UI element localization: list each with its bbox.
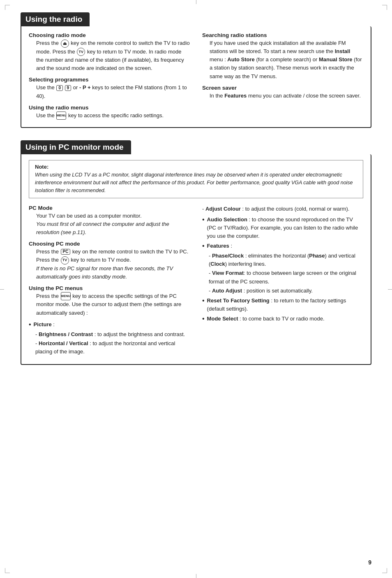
pc-left-col: PC Mode Your TV can be used as a compute… bbox=[29, 205, 190, 357]
selecting-programmes-heading: Selecting programmes bbox=[29, 77, 190, 83]
pc-note-box: Note: When using the LCD TV as a PC moni… bbox=[29, 160, 363, 198]
pc-mode-heading: PC Mode bbox=[29, 205, 190, 211]
pc-mode-text1: Your TV can be used as a computer monito… bbox=[36, 213, 142, 219]
features-label: Features : bbox=[207, 242, 232, 250]
tick-right bbox=[388, 289, 392, 290]
audio-selection-text: Audio Selection : to choose the sound re… bbox=[207, 216, 363, 240]
pc-section-title: Using in PC monitor mode bbox=[21, 140, 131, 154]
audio-selection-bullet-item: • Audio Selection : to choose the sound … bbox=[202, 216, 363, 240]
using-pc-menus-heading: Using the PC menus bbox=[29, 285, 190, 291]
pc-note-label: Note: bbox=[35, 164, 357, 170]
radio-menus-text2: key to access the specific radio setting… bbox=[68, 112, 164, 118]
bullet-dot-mode: • bbox=[202, 315, 205, 323]
adjust-colour-sub: - Adjust Colour : to adjust the colours … bbox=[202, 205, 363, 213]
bullet-dot-features: • bbox=[202, 242, 205, 250]
choosing-radio-text: Press the ⏏ key on the remote control to… bbox=[36, 39, 190, 72]
pc-note-text: When using the LCD TV as a PC monitor, s… bbox=[35, 171, 357, 194]
radio-section-box: Choosing radio mode Press the ⏏ key on t… bbox=[21, 26, 371, 128]
choosing-pc-text: Press the PC key on the remote control t… bbox=[36, 248, 190, 265]
screen-saver-heading: Screen saver bbox=[202, 85, 363, 91]
menu-key-icon-radio: MENU bbox=[56, 111, 66, 120]
pc-key-icon: PC bbox=[61, 249, 71, 255]
nine-key-icon: 9 bbox=[65, 85, 71, 91]
choosing-pc-italic: If there is no PC signal for more than f… bbox=[36, 265, 190, 281]
corner-decoration-tr bbox=[382, 5, 387, 10]
tick-top bbox=[196, 0, 196, 4]
tick-left bbox=[0, 289, 4, 290]
reset-bullet-item: • Reset To Factory Setting : to return t… bbox=[202, 297, 363, 313]
screen-saver-text: In the Features menu you can activate / … bbox=[210, 92, 363, 100]
corner-decoration-tl bbox=[5, 5, 10, 10]
bullet-dot-audio: • bbox=[202, 216, 205, 223]
picture-bullet-section: • Picture : - Brightness / Contrast : to… bbox=[29, 320, 190, 356]
use-the-text2: Use the bbox=[36, 112, 56, 118]
menu-key-icon-pc: MENU bbox=[61, 292, 71, 300]
tick-bottom bbox=[196, 574, 196, 578]
auto-adjust-sub: - Auto Adjust : position is set automati… bbox=[209, 287, 363, 295]
pc-section: Using in PC monitor mode Note: When usin… bbox=[21, 140, 371, 365]
searching-radio-heading: Searching radio stations bbox=[202, 32, 363, 38]
using-pc-menus-text: Press the MENU key to access the specifi… bbox=[36, 292, 190, 317]
pc-section-box: Note: When using the LCD TV as a PC moni… bbox=[21, 154, 371, 365]
radio-left-col: Choosing radio mode Press the ⏏ key on t… bbox=[29, 32, 190, 120]
tv-key-icon: TV bbox=[77, 48, 85, 56]
choosing-pc-heading: Choosing PC mode bbox=[29, 241, 190, 247]
radio-key-icon: ⏏ bbox=[61, 39, 69, 48]
pc-right-col: - Adjust Colour : to adjust the colours … bbox=[202, 205, 363, 357]
radio-right-col: Searching radio stations If you have use… bbox=[202, 32, 363, 120]
radio-two-col: Choosing radio mode Press the ⏏ key on t… bbox=[29, 32, 363, 120]
using-radio-menus-text: Use the MENU key to access the specific … bbox=[36, 111, 190, 120]
features-bullet-item: • Features : bbox=[202, 242, 363, 250]
pc-mode-text: Your TV can be used as a computer monito… bbox=[36, 212, 190, 220]
radio-section: Using the radio Choosing radio mode Pres… bbox=[21, 12, 371, 128]
choosing-radio-heading: Choosing radio mode bbox=[29, 32, 190, 38]
brightness-sub: - Brightness / Contrast : to adjust the … bbox=[35, 330, 190, 339]
brightness-dash: - Brightness / Contrast : to adjust the … bbox=[35, 331, 185, 337]
bullet-dot-reset: • bbox=[202, 297, 205, 304]
use-the-text: Use the bbox=[36, 84, 56, 91]
mode-select-bullet-item: • Mode Select : to come back to TV or ra… bbox=[202, 315, 363, 323]
zero-key-icon: 0 bbox=[56, 85, 63, 91]
phase-sub: - Phase/Clock : eliminates the horizonta… bbox=[209, 252, 363, 268]
page-number: 9 bbox=[368, 559, 371, 566]
view-sub: - View Format: to choose between large s… bbox=[209, 269, 363, 286]
picture-bullet-item: • Picture : bbox=[29, 320, 190, 329]
horizontal-sub: - Horizontal / Vertical : to adjust the … bbox=[35, 339, 190, 356]
corner-decoration-bl bbox=[5, 568, 10, 573]
searching-radio-text: If you have used the quick installation … bbox=[210, 39, 363, 81]
radio-section-title: Using the radio bbox=[21, 12, 90, 26]
horizontal-dash: - Horizontal / Vertical : to adjust the … bbox=[35, 340, 175, 355]
pc-two-col: PC Mode Your TV can be used as a compute… bbox=[29, 205, 363, 357]
corner-decoration-br bbox=[382, 568, 387, 573]
reset-text: Reset To Factory Setting : to return to … bbox=[207, 297, 363, 313]
selecting-programmes-text: Use the 0 9 or - P + keys to select the … bbox=[36, 84, 190, 100]
bullet-dot-picture: • bbox=[29, 320, 31, 328]
pc-mode-italic: You must first of all connect the comput… bbox=[36, 220, 190, 237]
picture-label: Picture : bbox=[34, 320, 55, 329]
tv-key-icon-pc: TV bbox=[61, 256, 69, 265]
press-the-text: Press the bbox=[36, 40, 59, 46]
using-radio-menus-heading: Using the radio menus bbox=[29, 104, 190, 111]
mode-select-text: Mode Select : to come back to TV or radi… bbox=[207, 315, 325, 323]
